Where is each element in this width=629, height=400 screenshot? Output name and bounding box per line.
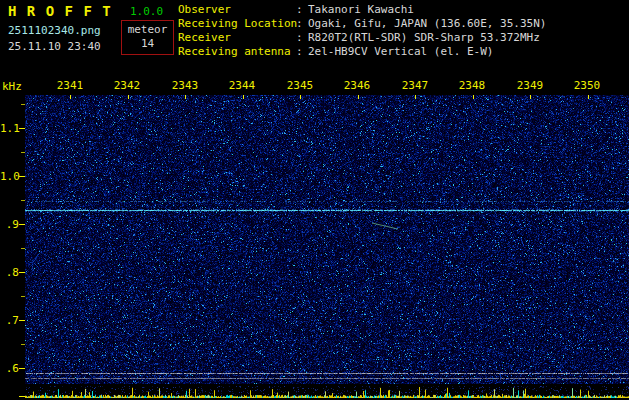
- info-value: 2el-HB9CV Vertical (el. E-W): [308, 45, 493, 58]
- freq-label: .6: [0, 362, 19, 375]
- record-datetime: 25.11.10 23:40: [8, 40, 101, 53]
- station-info: Observer:Takanori Kawachi Receiving Loca…: [178, 3, 546, 59]
- time-label: 2348: [457, 79, 487, 92]
- output-filename: 2511102340.png: [8, 24, 101, 37]
- freq-label: .7: [0, 314, 19, 327]
- info-label: Receiving antenna: [178, 45, 296, 59]
- freq-label: 1.0: [0, 170, 19, 183]
- info-row-receiver: Receiver:R820T2(RTL-SDR) SDR-Sharp 53.37…: [178, 31, 546, 45]
- app-version: 1.0.0: [130, 5, 163, 18]
- separator: :: [296, 31, 308, 45]
- time-label: 2345: [285, 79, 315, 92]
- separator: :: [296, 17, 308, 31]
- info-value: R820T2(RTL-SDR) SDR-Sharp 53.372MHz: [308, 31, 540, 44]
- time-label: 2347: [400, 79, 430, 92]
- meteor-counter-label: meteor: [122, 23, 173, 36]
- time-label: 2342: [112, 79, 142, 92]
- info-row-antenna: Receiving antenna:2el-HB9CV Vertical (el…: [178, 45, 546, 59]
- time-label: 2350: [572, 79, 602, 92]
- time-label: 2346: [342, 79, 372, 92]
- spectrogram-canvas: [25, 95, 629, 384]
- info-label: Observer: [178, 3, 296, 17]
- info-label: Receiver: [178, 31, 296, 45]
- info-value: Ogaki, Gifu, JAPAN (136.60E, 35.35N): [308, 17, 546, 30]
- time-label: 2344: [227, 79, 257, 92]
- meteor-counter-box: meteor 14: [121, 20, 174, 55]
- info-value: Takanori Kawachi: [308, 3, 414, 16]
- freq-label: 1.1: [0, 122, 19, 135]
- time-label: 2341: [55, 79, 85, 92]
- app-title: H R O F F T: [8, 3, 112, 19]
- freq-label: .9: [0, 218, 19, 231]
- separator: :: [296, 3, 308, 17]
- info-row-location: Receiving Location:Ogaki, Gifu, JAPAN (1…: [178, 17, 546, 31]
- time-label: 2349: [515, 79, 545, 92]
- info-label: Receiving Location: [178, 17, 296, 31]
- info-row-observer: Observer:Takanori Kawachi: [178, 3, 546, 17]
- y-axis-unit: kHz: [2, 80, 22, 93]
- hrofft-window: H R O F F T 1.0.0 2511102340.png 25.11.1…: [0, 0, 629, 400]
- separator: :: [296, 45, 308, 59]
- time-label: 2343: [170, 79, 200, 92]
- freq-label: .8: [0, 266, 19, 279]
- level-strip-canvas: [25, 386, 629, 398]
- meteor-counter-value: 14: [122, 37, 173, 50]
